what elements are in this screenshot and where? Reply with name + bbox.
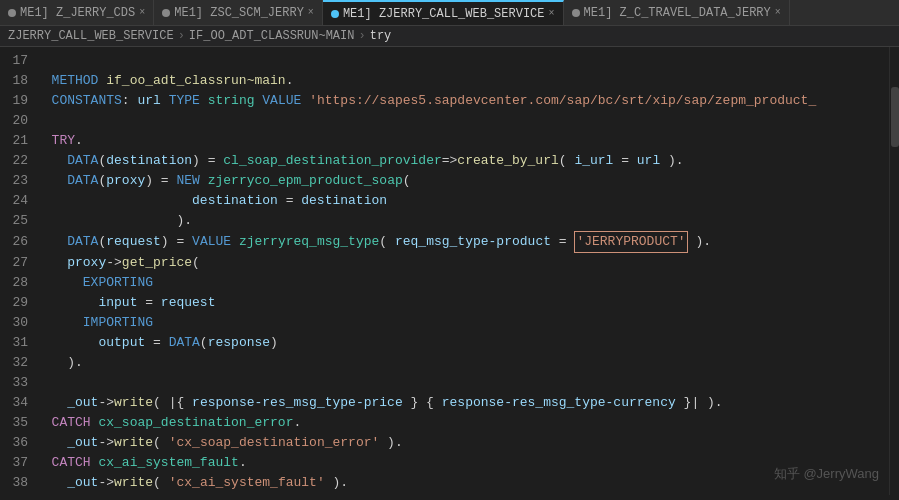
breadcrumb-sep1: › [178,29,185,43]
tab-4-dot [572,9,580,17]
tab-4[interactable]: ME1] Z_C_TRAVEL_DATA_JERRY × [564,0,790,26]
code-line-18: 18 METHOD if_oo_adt_classrun~main . [8,71,889,91]
tab-1-close[interactable]: × [139,7,145,18]
tab-2-dot [162,9,170,17]
watermark: 知乎 @JerryWang [774,465,879,483]
code-line-39: 39 CATCH zjerrycx_fault_msg_type INTO DA… [8,493,889,495]
tab-2[interactable]: ME1] ZSC_SCM_JERRY × [154,0,323,26]
tab-3-label: ME1] ZJERRY_CALL_WEB_SERVICE [343,7,545,21]
tab-2-close[interactable]: × [308,7,314,18]
tab-1-dot [8,9,16,17]
tab-2-label: ME1] ZSC_SCM_JERRY [174,6,304,20]
code-container: 17 18 METHOD if_oo_adt_classrun~main . 1… [0,47,899,495]
code-line-29: 29 input = request [8,293,889,313]
code-line-20: 20 [8,111,889,131]
scrollbar-thumb[interactable] [891,87,899,147]
code-line-31: 31 output = DATA ( response ) [8,333,889,353]
breadcrumb-part2[interactable]: IF_OO_ADT_CLASSRUN~MAIN [189,29,355,43]
code-editor[interactable]: 17 18 METHOD if_oo_adt_classrun~main . 1… [0,47,889,495]
code-line-21: 21 TRY . [8,131,889,151]
code-line-35: 35 CATCH cx_soap_destination_error . [8,413,889,433]
code-line-17: 17 [8,51,889,71]
code-line-32: 32 ). [8,353,889,373]
code-line-30: 30 IMPORTING [8,313,889,333]
code-line-27: 27 proxy -> get_price ( [8,253,889,273]
tab-3[interactable]: ME1] ZJERRY_CALL_WEB_SERVICE × [323,0,564,26]
breadcrumb-sep2: › [358,29,365,43]
tab-3-dot [331,10,339,18]
tab-1[interactable]: ME1] Z_JERRY_CDS × [0,0,154,26]
code-line-33: 33 [8,373,889,393]
scrollbar[interactable] [889,47,899,495]
breadcrumb-part3: try [370,29,392,43]
code-line-24: 24 destination = destination [8,191,889,211]
code-line-38: 38 _out -> write ( 'cx_ai_system_fault' … [8,473,889,493]
tab-1-label: ME1] Z_JERRY_CDS [20,6,135,20]
code-line-28: 28 EXPORTING [8,273,889,293]
highlighted-string: 'JERRYPRODUCT' [574,231,687,253]
tab-4-close[interactable]: × [775,7,781,18]
code-line-22: 22 DATA ( destination ) = cl_soap_destin… [8,151,889,171]
code-line-19: 19 CONSTANTS : url TYPE string VALUE 'ht… [8,91,889,111]
code-line-37: 37 CATCH cx_ai_system_fault . [8,453,889,473]
breadcrumb: ZJERRY_CALL_WEB_SERVICE › IF_OO_ADT_CLAS… [0,26,899,47]
tab-4-label: ME1] Z_C_TRAVEL_DATA_JERRY [584,6,771,20]
breadcrumb-part1[interactable]: ZJERRY_CALL_WEB_SERVICE [8,29,174,43]
code-line-23: 23 DATA ( proxy ) = NEW zjerryco_epm_pro… [8,171,889,191]
code-line-26: 26 DATA ( request ) = VALUE zjerryreq_ms… [8,231,889,253]
tab-3-close[interactable]: × [549,8,555,19]
tab-bar: ME1] Z_JERRY_CDS × ME1] ZSC_SCM_JERRY × … [0,0,899,26]
code-line-25: 25 ). [8,211,889,231]
code-line-34: 34 _out -> write ( |{ response-res_msg_t… [8,393,889,413]
code-line-36: 36 _out -> write ( 'cx_soap_destination_… [8,433,889,453]
